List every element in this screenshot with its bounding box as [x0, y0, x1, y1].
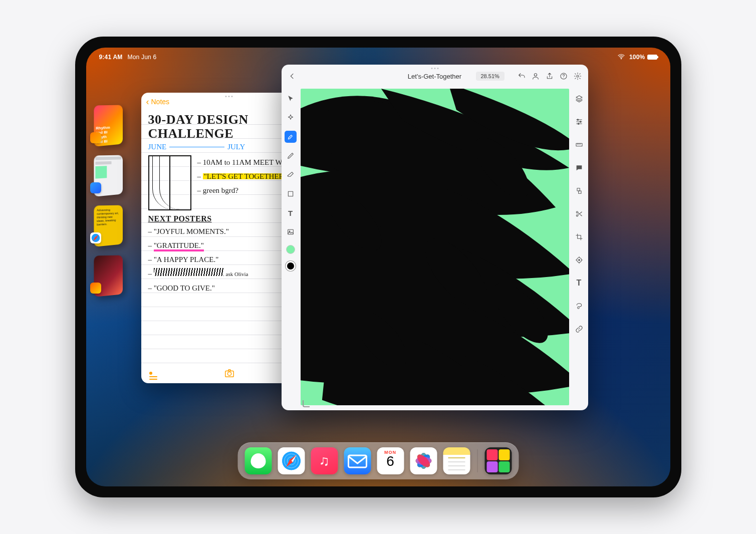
- svg-rect-18: [576, 143, 582, 146]
- svg-rect-19: [577, 188, 580, 191]
- text-tool-icon[interactable]: T: [285, 207, 297, 219]
- target-icon[interactable]: [573, 254, 585, 266]
- shape-tool-icon[interactable]: [285, 188, 297, 200]
- right-tool-rail: T: [570, 88, 588, 410]
- cursor-tool-icon[interactable]: [285, 93, 297, 105]
- layers-icon[interactable]: [573, 93, 585, 105]
- ipad-frame: 9:41 AM Mon Jun 6 100% Rhythm and Bl Rhy…: [75, 37, 681, 497]
- color-swatch-black[interactable]: [286, 261, 296, 271]
- canvas-area[interactable]: [300, 88, 570, 410]
- dock-safari-icon[interactable]: [278, 447, 305, 474]
- dock-photos-icon[interactable]: [410, 447, 437, 474]
- design-app-window[interactable]: Let's-Get-Together 28.51%: [282, 65, 588, 410]
- image-tool-icon[interactable]: [285, 226, 297, 238]
- month-to: JULY: [227, 143, 245, 151]
- dock-music-icon[interactable]: [311, 447, 338, 474]
- month-from: JUNE: [148, 143, 167, 151]
- status-bar: 9:41 AM Mon Jun 6 100%: [86, 52, 670, 63]
- svg-rect-8: [288, 229, 293, 234]
- checklist-icon[interactable]: [149, 368, 160, 379]
- brush-tool-icon[interactable]: [285, 131, 297, 143]
- battery-percent: 100%: [629, 54, 645, 61]
- svg-point-15: [577, 119, 579, 121]
- svg-point-0: [621, 58, 621, 59]
- artwork-canvas[interactable]: [301, 89, 569, 405]
- svg-rect-7: [288, 191, 293, 196]
- settings-icon[interactable]: [573, 72, 582, 81]
- svg-point-16: [580, 121, 581, 123]
- camera-icon[interactable]: [224, 368, 235, 379]
- comment-icon[interactable]: [573, 162, 585, 174]
- note-bullet-highlight: "LET'S GET TOGETHER": [197, 169, 295, 183]
- dock-shortcuts-icon[interactable]: [484, 447, 512, 474]
- notes-back-label: Notes: [151, 98, 170, 106]
- dock-calendar-icon[interactable]: MON 6: [377, 447, 404, 474]
- svg-rect-20: [578, 191, 581, 193]
- dock-messages-icon[interactable]: [244, 447, 272, 474]
- undo-icon[interactable]: [517, 72, 526, 81]
- scissors-icon[interactable]: [573, 208, 585, 220]
- wifi-icon: [617, 53, 625, 62]
- ruler-icon[interactable]: [573, 139, 585, 151]
- calendar-day: 6: [377, 455, 404, 468]
- svg-point-9: [289, 231, 290, 232]
- note-bullet: green bgrd?: [197, 183, 295, 197]
- svg-point-4: [534, 74, 537, 76]
- note-bullet: 10AM to 11AM MEET WITH: [197, 155, 295, 169]
- ipad-screen: 9:41 AM Mon Jun 6 100% Rhythm and Bl Rhy…: [86, 48, 670, 486]
- back-button[interactable]: [288, 72, 297, 81]
- status-date: Mon Jun 6: [127, 54, 156, 61]
- svg-point-17: [578, 123, 579, 125]
- resize-handle-icon[interactable]: [303, 400, 310, 407]
- transform-icon[interactable]: [573, 185, 585, 197]
- window-menu-icon[interactable]: [431, 68, 438, 69]
- svg-point-3: [227, 372, 231, 375]
- eraser-tool-icon[interactable]: [285, 169, 297, 181]
- window-menu-icon[interactable]: [225, 96, 232, 97]
- left-tool-rail: T: [282, 88, 300, 410]
- status-time: 9:41 AM: [99, 54, 123, 61]
- link-icon[interactable]: [573, 323, 585, 335]
- share-icon[interactable]: [545, 72, 554, 81]
- battery-icon: [647, 55, 657, 60]
- pencil-tool-icon[interactable]: [285, 150, 297, 162]
- crop-icon[interactable]: [573, 231, 585, 243]
- color-swatch-green[interactable]: [286, 245, 295, 254]
- dock: MON 6: [237, 442, 519, 479]
- dock-notes-icon[interactable]: [443, 447, 470, 474]
- dock-mail-icon[interactable]: [344, 447, 371, 474]
- type-icon[interactable]: T: [573, 277, 585, 289]
- svg-point-24: [578, 259, 580, 261]
- account-icon[interactable]: [531, 72, 540, 81]
- magic-tool-icon[interactable]: [285, 112, 297, 124]
- svg-point-6: [577, 75, 579, 77]
- lasso-icon[interactable]: [573, 300, 585, 312]
- sliders-icon[interactable]: [573, 116, 585, 128]
- chevron-left-icon: ‹: [146, 97, 149, 107]
- zoom-level[interactable]: 28.51%: [476, 72, 505, 81]
- help-icon[interactable]: [559, 72, 568, 81]
- document-title[interactable]: Let's-Get-Together: [408, 73, 461, 80]
- sketch-thumbnail: [148, 155, 191, 210]
